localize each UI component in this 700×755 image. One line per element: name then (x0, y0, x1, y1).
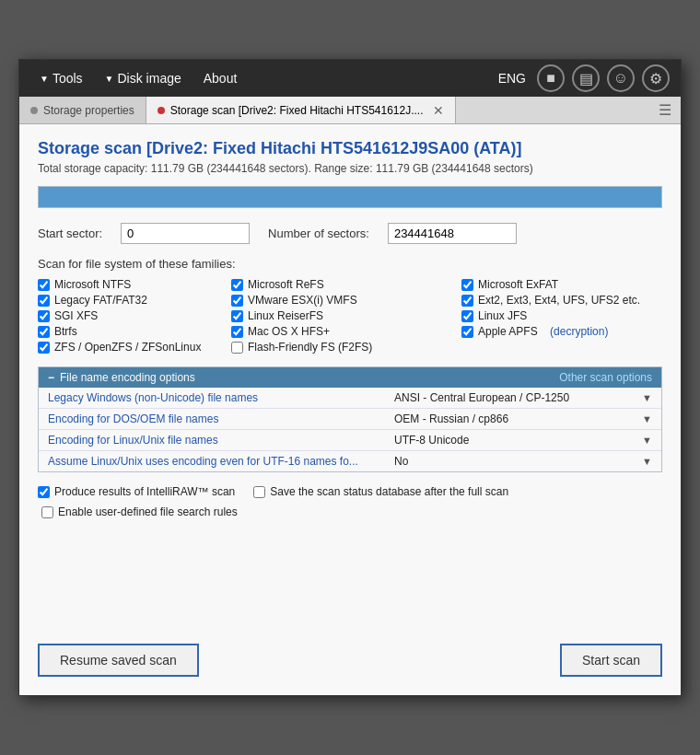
fs-f2fs: Flash-Friendly FS (F2FS) (231, 341, 452, 354)
encoding-collapse-icon[interactable]: − (48, 371, 54, 384)
option-intelliraw: Produce results of IntelliRAW™ scan (38, 485, 235, 498)
encoding-value-2: UTF-8 Unicode ▼ (394, 434, 652, 447)
option-save-db: Save the scan status database after the … (253, 485, 508, 498)
start-sector-input[interactable] (121, 223, 250, 244)
save-db-checkbox[interactable] (253, 486, 265, 498)
fs-btrfs: Btrfs (38, 325, 222, 338)
fs-hfs: Mac OS X HFS+ (231, 325, 452, 338)
fs-refs: Microsoft ReFS (231, 278, 452, 291)
encoding-row-0: Legacy Windows (non-Unicode) file names … (39, 388, 661, 409)
main-content: Storage scan [Drive2: Fixed Hitachi HTS5… (19, 124, 681, 695)
encoding-name-2: Encoding for Linux/Unix file names (48, 434, 394, 447)
fs-fat32: Legacy FAT/FAT32 (38, 294, 222, 307)
encoding-value-1: OEM - Russian / cp866 ▼ (394, 412, 652, 425)
num-sectors-input[interactable] (388, 223, 517, 244)
fs-hfs-checkbox[interactable] (231, 326, 243, 338)
progress-bar-outer (38, 186, 662, 208)
settings-icon-btn[interactable]: ⚙ (642, 64, 670, 92)
user-icon-btn[interactable]: ☺ (607, 64, 635, 92)
fs-ntfs: Microsoft NTFS (38, 278, 222, 291)
user-rules-label: Enable user-defined file search rules (58, 505, 238, 518)
tab-storage-scan[interactable]: Storage scan [Drive2: Fixed Hitachi HTS5… (146, 97, 456, 123)
menubar-right: ENG ■ ▤ ☺ ⚙ (498, 64, 670, 92)
options-row: Produce results of IntelliRAW™ scan Save… (38, 485, 662, 498)
fs-reiserfs-checkbox[interactable] (231, 310, 243, 322)
fs-fat32-checkbox[interactable] (38, 295, 50, 307)
main-window: ▼ Tools ▼ Disk image About ENG ■ ▤ ☺ ⚙ S… (18, 59, 682, 696)
fs-xfs: SGI XFS (38, 309, 222, 322)
encoding-dropdown-1[interactable]: ▼ (642, 413, 652, 424)
fs-vmfs: VMware ESX(i) VMFS (231, 294, 452, 307)
tab-menu-icon[interactable]: ☰ (649, 97, 681, 123)
fs-refs-checkbox[interactable] (231, 279, 243, 291)
fs-xfs-checkbox[interactable] (38, 310, 50, 322)
about-menu[interactable]: About (194, 67, 247, 89)
fs-reiserfs: Linux ReiserFS (231, 309, 452, 322)
encoding-row-1: Encoding for DOS/OEM file names OEM - Ru… (39, 409, 661, 430)
encoding-name-1: Encoding for DOS/OEM file names (48, 412, 394, 425)
fs-btrfs-checkbox[interactable] (38, 326, 50, 338)
disk-image-menu[interactable]: ▼ Disk image (96, 67, 191, 89)
monitor-icon-btn[interactable]: ■ (537, 64, 565, 92)
encoding-name-0: Legacy Windows (non-Unicode) file names (48, 391, 394, 404)
intelliraw-checkbox[interactable] (38, 486, 50, 498)
fs-section-label: Scan for file system of these families: (38, 257, 662, 271)
tab-close-icon[interactable]: ✕ (433, 103, 444, 118)
other-scan-options-link[interactable]: Other scan options (559, 371, 652, 384)
user-rules-checkbox[interactable] (41, 506, 53, 518)
save-db-label: Save the scan status database after the … (270, 485, 508, 498)
menubar: ▼ Tools ▼ Disk image About ENG ■ ▤ ☺ ⚙ (19, 60, 681, 97)
fs-exfat-checkbox[interactable] (461, 279, 473, 291)
fs-zfs-checkbox[interactable] (38, 342, 50, 354)
progress-bar-inner (39, 187, 661, 207)
fs-jfs: Linux JFS (461, 309, 664, 322)
fs-vmfs-checkbox[interactable] (231, 295, 243, 307)
tab-storage-properties[interactable]: Storage properties (19, 97, 146, 123)
fs-ntfs-checkbox[interactable] (38, 279, 50, 291)
encoding-value-0: ANSI - Central European / CP-1250 ▼ (394, 391, 652, 404)
encoding-section: − File name encoding options Other scan … (38, 366, 662, 472)
tab-dot-storage (30, 107, 38, 114)
tools-arrow-icon: ▼ (40, 74, 49, 84)
fs-apfs-checkbox[interactable] (461, 326, 473, 338)
tools-menu[interactable]: ▼ Tools (30, 67, 92, 89)
encoding-header-left: − File name encoding options (48, 371, 195, 384)
option-user-rules: Enable user-defined file search rules (41, 505, 662, 518)
encoding-row-2: Encoding for Linux/Unix file names UTF-8… (39, 430, 661, 451)
intelliraw-label: Produce results of IntelliRAW™ scan (54, 485, 235, 498)
encoding-dropdown-0[interactable]: ▼ (642, 392, 652, 403)
page-subtitle: Total storage capacity: 111.79 GB (23444… (38, 162, 662, 175)
fs-jfs-checkbox[interactable] (461, 310, 473, 322)
fs-grid: Microsoft NTFS Microsoft ReFS Microsoft … (38, 278, 662, 354)
tabs-bar: Storage properties Storage scan [Drive2:… (19, 97, 681, 124)
fs-zfs: ZFS / OpenZFS / ZFSonLinux (38, 341, 222, 354)
menubar-left: ▼ Tools ▼ Disk image About (30, 67, 498, 89)
fs-exfat: Microsoft ExFAT (461, 278, 664, 291)
disk-image-arrow-icon: ▼ (105, 74, 114, 84)
bottom-bar: Resume saved scan Start scan (38, 644, 662, 677)
encoding-dropdown-2[interactable]: ▼ (642, 435, 652, 446)
resume-scan-button[interactable]: Resume saved scan (38, 644, 199, 677)
encoding-value-3: No ▼ (394, 455, 652, 468)
start-sector-label: Start sector: (38, 226, 102, 240)
encoding-title: File name encoding options (60, 371, 195, 384)
page-title: Storage scan [Drive2: Fixed Hitachi HTS5… (38, 139, 662, 158)
barcode-icon-btn[interactable]: ▤ (572, 64, 600, 92)
encoding-name-3: Assume Linux/Unix uses encoding even for… (48, 455, 394, 468)
sector-row: Start sector: Number of sectors: (38, 223, 662, 244)
start-scan-button[interactable]: Start scan (560, 644, 662, 677)
fs-f2fs-checkbox[interactable] (231, 342, 243, 354)
tab-dot-scan (158, 107, 165, 114)
num-sectors-label: Number of sectors: (268, 226, 369, 240)
apfs-decryption-link[interactable]: (decryption) (550, 325, 608, 338)
encoding-dropdown-3[interactable]: ▼ (642, 456, 652, 467)
encoding-header: − File name encoding options Other scan … (39, 367, 661, 388)
fs-ext-checkbox[interactable] (461, 295, 473, 307)
language-label: ENG (498, 71, 526, 86)
fs-ext: Ext2, Ext3, Ext4, UFS, UFS2 etc. (461, 294, 664, 307)
fs-apfs: Apple APFS (decryption) (461, 325, 664, 338)
encoding-row-3: Assume Linux/Unix uses encoding even for… (39, 451, 661, 471)
